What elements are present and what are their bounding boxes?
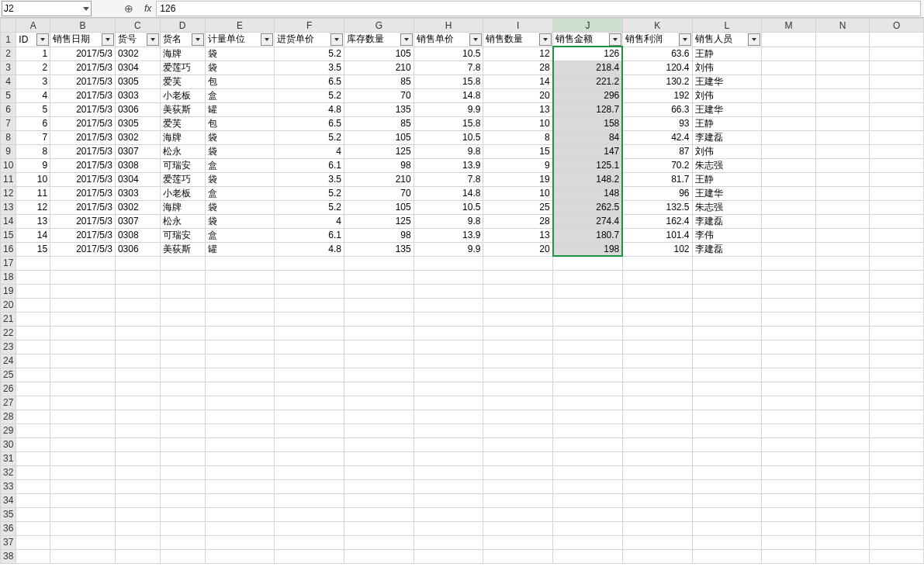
cell[interactable] xyxy=(762,521,816,535)
cell[interactable]: 10.5 xyxy=(414,47,483,61)
cell[interactable]: 158 xyxy=(553,116,623,130)
cell[interactable] xyxy=(160,479,205,493)
cell[interactable] xyxy=(622,535,692,549)
filter-button[interactable] xyxy=(469,33,482,46)
cell[interactable] xyxy=(870,549,924,563)
cell[interactable] xyxy=(115,396,160,410)
cell[interactable]: 120.4 xyxy=(622,61,692,74)
header-cell[interactable]: ID xyxy=(16,33,50,47)
cell[interactable]: 袋 xyxy=(205,47,275,61)
cell[interactable] xyxy=(50,396,116,410)
cell[interactable]: 13 xyxy=(483,102,553,116)
cell[interactable]: 2017/5/3 xyxy=(50,74,116,88)
cell[interactable]: 70 xyxy=(344,88,414,102)
cell[interactable]: 132.5 xyxy=(622,200,692,214)
cell[interactable]: 0306 xyxy=(115,242,160,256)
cell[interactable] xyxy=(870,507,924,521)
cell[interactable] xyxy=(275,340,344,354)
cell[interactable]: 0303 xyxy=(115,186,160,200)
cell[interactable]: 盒 xyxy=(205,88,275,102)
cell[interactable]: 2017/5/3 xyxy=(50,47,116,61)
cell[interactable]: 218.4 xyxy=(553,61,623,74)
cell[interactable] xyxy=(815,410,870,424)
cell[interactable] xyxy=(622,284,692,298)
cell[interactable]: 20 xyxy=(483,242,553,256)
cell[interactable]: 13.9 xyxy=(414,228,483,242)
cell[interactable]: 包 xyxy=(205,116,275,130)
cell[interactable] xyxy=(344,549,414,563)
cell[interactable] xyxy=(622,479,692,493)
cell[interactable]: 王静 xyxy=(692,116,762,130)
cell[interactable] xyxy=(870,102,924,116)
cell[interactable] xyxy=(692,507,762,521)
cell[interactable]: 袋 xyxy=(205,172,275,186)
cell[interactable] xyxy=(115,354,160,368)
cell[interactable] xyxy=(762,424,816,437)
cell[interactable] xyxy=(414,535,483,549)
cell[interactable] xyxy=(275,256,344,270)
cell[interactable]: 4.8 xyxy=(275,102,344,116)
cell[interactable] xyxy=(870,521,924,535)
cell[interactable] xyxy=(50,256,116,270)
cell[interactable]: 松永 xyxy=(160,214,205,228)
cell[interactable] xyxy=(414,256,483,270)
cell[interactable]: 8 xyxy=(16,144,50,158)
cell[interactable] xyxy=(762,116,816,130)
zoom-icon[interactable]: ⊕ xyxy=(124,2,133,15)
row-header-19[interactable]: 19 xyxy=(1,284,16,298)
row-header-21[interactable]: 21 xyxy=(1,312,16,326)
cell[interactable]: 6 xyxy=(16,116,50,130)
cell[interactable] xyxy=(870,33,924,47)
cell[interactable] xyxy=(815,61,870,74)
cell[interactable] xyxy=(205,410,275,424)
cell[interactable] xyxy=(870,130,924,144)
cell[interactable] xyxy=(483,437,553,451)
cell[interactable] xyxy=(275,326,344,340)
cell[interactable] xyxy=(870,298,924,312)
filter-button[interactable] xyxy=(609,33,621,46)
cell[interactable] xyxy=(483,451,553,465)
cell[interactable]: 101.4 xyxy=(622,228,692,242)
cell[interactable]: 4.8 xyxy=(275,242,344,256)
cell[interactable] xyxy=(16,521,50,535)
cell[interactable] xyxy=(483,284,553,298)
cell[interactable] xyxy=(762,382,816,396)
cell[interactable] xyxy=(870,200,924,214)
cell[interactable] xyxy=(50,451,116,465)
cell[interactable]: 148 xyxy=(553,186,623,200)
cell[interactable] xyxy=(115,451,160,465)
cell[interactable]: 2017/5/3 xyxy=(50,200,116,214)
cell[interactable] xyxy=(483,256,553,270)
cell[interactable] xyxy=(870,144,924,158)
cell[interactable]: 小老板 xyxy=(160,88,205,102)
cell[interactable]: 5.2 xyxy=(275,47,344,61)
cell[interactable]: 松永 xyxy=(160,144,205,158)
cell[interactable]: 0307 xyxy=(115,214,160,228)
cell[interactable]: 15 xyxy=(483,144,553,158)
cell[interactable] xyxy=(275,354,344,368)
header-cell[interactable]: 销售单价 xyxy=(414,33,483,47)
cell[interactable] xyxy=(622,312,692,326)
header-cell[interactable]: 货名 xyxy=(160,33,205,47)
cell[interactable] xyxy=(414,493,483,507)
cell[interactable]: 135 xyxy=(344,102,414,116)
cell[interactable]: 85 xyxy=(344,116,414,130)
cell[interactable]: 刘伟 xyxy=(692,61,762,74)
chevron-down-icon[interactable] xyxy=(83,7,89,11)
header-cell[interactable]: 计量单位 xyxy=(205,33,275,47)
cell[interactable]: 2017/5/3 xyxy=(50,88,116,102)
formula-bar[interactable]: 126 xyxy=(156,1,921,16)
cell[interactable] xyxy=(815,228,870,242)
row-header-33[interactable]: 33 xyxy=(1,479,16,493)
cell[interactable] xyxy=(160,340,205,354)
cell[interactable] xyxy=(414,354,483,368)
cell[interactable] xyxy=(205,284,275,298)
cell[interactable] xyxy=(483,493,553,507)
cell[interactable]: 盒 xyxy=(205,228,275,242)
cell[interactable] xyxy=(553,396,623,410)
cell[interactable] xyxy=(160,535,205,549)
cell[interactable] xyxy=(16,493,50,507)
cell[interactable] xyxy=(275,437,344,451)
cell[interactable] xyxy=(692,465,762,479)
row-header-12[interactable]: 12 xyxy=(1,186,16,200)
